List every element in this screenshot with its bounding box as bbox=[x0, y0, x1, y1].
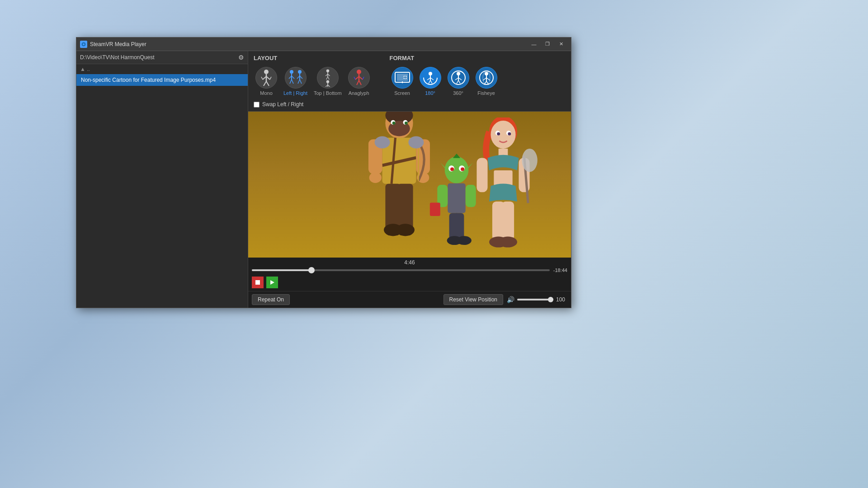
svg-rect-103 bbox=[429, 202, 440, 216]
leftright-icon-circle bbox=[285, 67, 307, 89]
sidebar: D:\Video\TV\Not HarmonQuest ⚙ ▲ .. Non-s… bbox=[76, 51, 248, 308]
repeat-button[interactable]: Repeat On bbox=[252, 294, 290, 305]
svg-point-112 bbox=[497, 132, 500, 136]
current-time-display: 4:46 bbox=[252, 259, 567, 266]
svg-point-16 bbox=[298, 70, 302, 74]
volume-control: 🔊 100 bbox=[507, 296, 567, 303]
topbottom-icon-circle bbox=[317, 67, 339, 89]
svg-point-76 bbox=[392, 122, 396, 125]
file-name: Non-specific Cartoon for Featured Image … bbox=[81, 77, 216, 83]
svg-line-61 bbox=[457, 80, 458, 84]
app-icon bbox=[80, 41, 87, 48]
nav-up[interactable]: ▲ .. bbox=[76, 64, 248, 74]
svg-point-77 bbox=[405, 122, 408, 125]
format-label: FORMAT bbox=[390, 55, 499, 61]
topbottom-figure-svg bbox=[321, 69, 334, 87]
seek-bar-container: -18:44 bbox=[252, 267, 567, 273]
folder-path: D:\Video\TV\Not HarmonQuest bbox=[80, 54, 238, 61]
svg-point-57 bbox=[457, 72, 460, 75]
svg-line-52 bbox=[427, 78, 430, 80]
play-icon bbox=[269, 280, 275, 285]
volume-value: 100 bbox=[556, 296, 567, 303]
titlebar: SteamVR Media Player — ❐ ✕ bbox=[76, 38, 571, 51]
volume-handle[interactable] bbox=[548, 297, 553, 302]
format360-figure-svg bbox=[450, 70, 467, 86]
transport-controls bbox=[252, 276, 567, 289]
leftright-figure-svg bbox=[287, 69, 305, 87]
layout-topbottom-button[interactable]: Top | Bottom bbox=[312, 65, 344, 98]
layout-mono-button[interactable]: Mono bbox=[254, 65, 279, 98]
layout-options: Mono bbox=[254, 65, 372, 98]
sidebar-header: D:\Video\TV\Not HarmonQuest ⚙ bbox=[76, 51, 248, 64]
svg-line-54 bbox=[429, 80, 430, 84]
play-button[interactable] bbox=[266, 277, 278, 288]
reset-view-button[interactable]: Reset View Position bbox=[443, 294, 504, 305]
svg-rect-124 bbox=[255, 280, 260, 285]
svg-line-55 bbox=[430, 80, 432, 84]
screen-label: Screen bbox=[394, 90, 410, 96]
top-controls: LAYOUT bbox=[248, 51, 571, 112]
format180-icon-circle bbox=[420, 67, 441, 89]
seek-fill bbox=[252, 269, 311, 271]
format180-figure-svg bbox=[422, 70, 439, 86]
mono-label: Mono bbox=[260, 90, 273, 96]
svg-point-109 bbox=[491, 121, 515, 149]
svg-point-22 bbox=[326, 70, 329, 72]
screen-icon-circle bbox=[392, 67, 413, 89]
stop-button[interactable] bbox=[252, 277, 264, 288]
file-item[interactable]: Non-specific Cartoon for Featured Image … bbox=[76, 74, 248, 86]
time-remaining: -18:44 bbox=[553, 267, 567, 273]
format-section: FORMAT bbox=[390, 55, 499, 108]
anaglyph-label: Anaglyph bbox=[349, 90, 369, 96]
mono-figure-svg bbox=[260, 69, 273, 87]
minimize-button[interactable]: — bbox=[528, 40, 540, 49]
fisheye-icon-circle bbox=[476, 67, 497, 89]
svg-line-38 bbox=[357, 80, 359, 85]
format-fisheye-button[interactable]: Fisheye bbox=[474, 65, 499, 98]
svg-point-90 bbox=[409, 136, 424, 148]
svg-point-65 bbox=[485, 72, 488, 75]
format-180-button[interactable]: 180° bbox=[418, 65, 443, 98]
close-button[interactable]: ✕ bbox=[555, 40, 567, 49]
svg-point-113 bbox=[508, 132, 511, 136]
svg-rect-86 bbox=[398, 184, 413, 230]
format360-icon-circle bbox=[448, 67, 469, 89]
layout-section: LAYOUT bbox=[254, 55, 372, 108]
svg-point-28 bbox=[326, 80, 329, 83]
layout-leftright-button[interactable]: Left | Right bbox=[282, 65, 309, 98]
format-options: Screen bbox=[390, 65, 499, 98]
svg-point-91 bbox=[375, 136, 390, 148]
svg-line-59 bbox=[455, 78, 458, 80]
mono-icon-circle bbox=[255, 67, 277, 89]
settings-icon[interactable]: ⚙ bbox=[238, 54, 244, 61]
svg-rect-121 bbox=[502, 202, 514, 240]
volume-slider[interactable] bbox=[517, 299, 553, 300]
svg-line-53 bbox=[430, 78, 434, 80]
format360-label: 360° bbox=[453, 90, 463, 96]
screen-figure-svg bbox=[394, 71, 410, 84]
svg-line-26 bbox=[326, 77, 328, 80]
svg-line-21 bbox=[300, 80, 302, 84]
swap-checkbox-container: Swap Left / Right bbox=[254, 101, 372, 108]
seek-bar[interactable] bbox=[252, 269, 550, 271]
volume-icon[interactable]: 🔊 bbox=[507, 296, 514, 303]
svg-line-15 bbox=[292, 80, 293, 84]
svg-point-1 bbox=[83, 43, 85, 45]
right-panel: LAYOUT bbox=[248, 51, 571, 308]
seek-handle[interactable] bbox=[308, 267, 315, 273]
layout-anaglyph-button[interactable]: Anaglyph bbox=[346, 65, 372, 98]
maximize-button[interactable]: ❐ bbox=[541, 40, 554, 49]
character-female bbox=[458, 117, 548, 258]
svg-line-62 bbox=[458, 80, 460, 84]
svg-line-8 bbox=[261, 77, 263, 80]
svg-rect-116 bbox=[476, 158, 487, 192]
swap-checkbox[interactable] bbox=[254, 102, 259, 108]
svg-point-96 bbox=[450, 167, 454, 171]
swap-label[interactable]: Swap Left / Right bbox=[262, 101, 303, 108]
format-screen-button[interactable]: Screen bbox=[390, 65, 415, 98]
format-360-button[interactable]: 360° bbox=[446, 65, 471, 98]
leftright-label: Left | Right bbox=[283, 90, 307, 96]
svg-line-27 bbox=[328, 77, 329, 80]
anaglyph-icon-circle bbox=[348, 67, 370, 89]
window-title: SteamVR Media Player bbox=[90, 41, 528, 47]
